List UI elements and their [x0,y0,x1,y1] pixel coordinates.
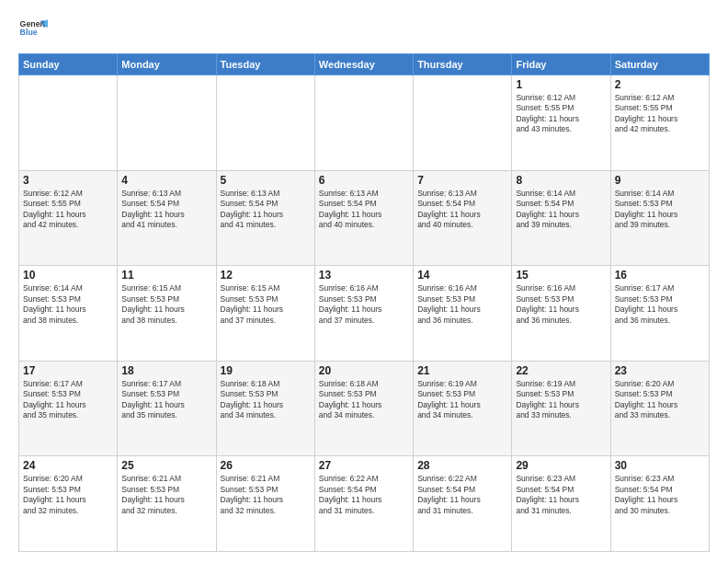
day-number: 24 [23,459,113,472]
day-cell: 1Sunrise: 6:12 AM Sunset: 5:55 PM Daylig… [512,75,610,171]
day-info: Sunrise: 6:21 AM Sunset: 5:53 PM Dayligh… [121,474,211,516]
day-cell: 21Sunrise: 6:19 AM Sunset: 5:53 PM Dayli… [414,361,512,456]
day-cell: 4Sunrise: 6:13 AM Sunset: 5:54 PM Daylig… [118,170,216,266]
day-cell: 22Sunrise: 6:19 AM Sunset: 5:53 PM Dayli… [512,361,610,456]
day-number: 8 [516,174,606,187]
day-info: Sunrise: 6:14 AM Sunset: 5:53 PM Dayligh… [615,189,705,231]
page: General Blue SundayMondayTuesdayWednesda… [0,0,728,563]
day-cell: 12Sunrise: 6:15 AM Sunset: 5:53 PM Dayli… [216,266,314,362]
day-cell: 20Sunrise: 6:18 AM Sunset: 5:53 PM Dayli… [314,361,413,456]
day-number: 4 [121,174,211,187]
day-number: 13 [319,269,409,282]
day-number: 19 [221,364,311,377]
day-info: Sunrise: 6:22 AM Sunset: 5:54 PM Dayligh… [417,474,507,516]
day-number: 29 [516,459,606,472]
day-cell: 28Sunrise: 6:22 AM Sunset: 5:54 PM Dayli… [414,456,512,552]
day-cell: 29Sunrise: 6:23 AM Sunset: 5:54 PM Dayli… [512,456,610,552]
day-cell: 17Sunrise: 6:17 AM Sunset: 5:53 PM Dayli… [19,361,118,456]
day-cell: 3Sunrise: 6:12 AM Sunset: 5:55 PM Daylig… [19,170,118,266]
day-info: Sunrise: 6:17 AM Sunset: 5:53 PM Dayligh… [615,283,705,326]
day-info: Sunrise: 6:18 AM Sunset: 5:53 PM Dayligh… [319,379,409,421]
day-cell: 19Sunrise: 6:18 AM Sunset: 5:53 PM Dayli… [216,361,314,456]
week-row-5: 24Sunrise: 6:20 AM Sunset: 5:53 PM Dayli… [19,456,710,552]
day-info: Sunrise: 6:19 AM Sunset: 5:53 PM Dayligh… [516,379,606,421]
day-cell: 7Sunrise: 6:13 AM Sunset: 5:54 PM Daylig… [414,170,512,266]
weekday-header-wednesday: Wednesday [314,54,413,75]
day-number: 23 [615,364,705,377]
day-cell [414,75,512,171]
day-info: Sunrise: 6:14 AM Sunset: 5:54 PM Dayligh… [516,189,606,231]
weekday-header-friday: Friday [512,54,610,75]
day-info: Sunrise: 6:20 AM Sunset: 5:53 PM Dayligh… [615,379,705,421]
day-cell: 25Sunrise: 6:21 AM Sunset: 5:53 PM Dayli… [118,456,216,552]
logo: General Blue [18,15,48,44]
day-cell: 5Sunrise: 6:13 AM Sunset: 5:54 PM Daylig… [216,170,314,266]
day-info: Sunrise: 6:17 AM Sunset: 5:53 PM Dayligh… [23,379,113,421]
day-number: 14 [417,269,507,282]
day-cell [19,75,118,171]
day-info: Sunrise: 6:13 AM Sunset: 5:54 PM Dayligh… [319,189,409,231]
day-cell: 18Sunrise: 6:17 AM Sunset: 5:53 PM Dayli… [118,361,216,456]
day-number: 2 [615,78,705,91]
day-number: 18 [121,364,211,377]
day-cell [216,75,314,171]
weekday-header-row: SundayMondayTuesdayWednesdayThursdayFrid… [19,54,710,75]
day-info: Sunrise: 6:12 AM Sunset: 5:55 PM Dayligh… [615,93,705,135]
day-cell: 26Sunrise: 6:21 AM Sunset: 5:53 PM Dayli… [216,456,314,552]
day-cell: 6Sunrise: 6:13 AM Sunset: 5:54 PM Daylig… [314,170,413,266]
day-number: 11 [121,269,211,282]
day-number: 10 [23,269,113,282]
day-cell: 13Sunrise: 6:16 AM Sunset: 5:53 PM Dayli… [314,266,413,362]
day-info: Sunrise: 6:13 AM Sunset: 5:54 PM Dayligh… [121,189,211,231]
day-cell: 23Sunrise: 6:20 AM Sunset: 5:53 PM Dayli… [610,361,709,456]
weekday-header-saturday: Saturday [610,54,709,75]
day-cell: 30Sunrise: 6:23 AM Sunset: 5:54 PM Dayli… [610,456,709,552]
day-number: 3 [23,174,113,187]
day-number: 7 [417,174,507,187]
calendar: SundayMondayTuesdayWednesdayThursdayFrid… [18,53,710,552]
day-info: Sunrise: 6:20 AM Sunset: 5:53 PM Dayligh… [23,474,113,516]
day-cell: 14Sunrise: 6:16 AM Sunset: 5:53 PM Dayli… [414,266,512,362]
day-cell: 16Sunrise: 6:17 AM Sunset: 5:53 PM Dayli… [610,266,709,362]
day-info: Sunrise: 6:13 AM Sunset: 5:54 PM Dayligh… [221,189,311,231]
day-info: Sunrise: 6:22 AM Sunset: 5:54 PM Dayligh… [319,474,409,516]
day-number: 1 [516,78,606,91]
day-cell: 10Sunrise: 6:14 AM Sunset: 5:53 PM Dayli… [19,266,118,362]
day-number: 30 [615,459,705,472]
day-cell: 9Sunrise: 6:14 AM Sunset: 5:53 PM Daylig… [610,170,709,266]
day-number: 25 [121,459,211,472]
header: General Blue [18,15,710,44]
day-number: 21 [417,364,507,377]
day-number: 9 [615,174,705,187]
day-number: 22 [516,364,606,377]
day-info: Sunrise: 6:18 AM Sunset: 5:53 PM Dayligh… [221,379,311,421]
day-info: Sunrise: 6:23 AM Sunset: 5:54 PM Dayligh… [516,474,606,516]
day-info: Sunrise: 6:15 AM Sunset: 5:53 PM Dayligh… [221,283,311,326]
day-info: Sunrise: 6:15 AM Sunset: 5:53 PM Dayligh… [121,283,211,326]
day-number: 17 [23,364,113,377]
day-cell [314,75,413,171]
day-info: Sunrise: 6:12 AM Sunset: 5:55 PM Dayligh… [23,189,113,231]
weekday-header-tuesday: Tuesday [216,54,314,75]
day-number: 27 [319,459,409,472]
week-row-1: 1Sunrise: 6:12 AM Sunset: 5:55 PM Daylig… [19,75,710,171]
day-info: Sunrise: 6:23 AM Sunset: 5:54 PM Dayligh… [615,474,705,516]
weekday-header-thursday: Thursday [414,54,512,75]
day-info: Sunrise: 6:13 AM Sunset: 5:54 PM Dayligh… [417,189,507,231]
day-cell: 24Sunrise: 6:20 AM Sunset: 5:53 PM Dayli… [19,456,118,552]
svg-text:Blue: Blue [20,28,38,37]
day-info: Sunrise: 6:19 AM Sunset: 5:53 PM Dayligh… [417,379,507,421]
day-cell: 27Sunrise: 6:22 AM Sunset: 5:54 PM Dayli… [314,456,413,552]
day-number: 20 [319,364,409,377]
day-number: 12 [221,269,311,282]
day-number: 5 [221,174,311,187]
day-number: 6 [319,174,409,187]
day-info: Sunrise: 6:16 AM Sunset: 5:53 PM Dayligh… [516,283,606,326]
day-number: 26 [221,459,311,472]
day-info: Sunrise: 6:16 AM Sunset: 5:53 PM Dayligh… [319,283,409,326]
day-number: 28 [417,459,507,472]
day-cell: 8Sunrise: 6:14 AM Sunset: 5:54 PM Daylig… [512,170,610,266]
day-info: Sunrise: 6:14 AM Sunset: 5:53 PM Dayligh… [23,283,113,326]
day-number: 16 [615,269,705,282]
week-row-2: 3Sunrise: 6:12 AM Sunset: 5:55 PM Daylig… [19,170,710,266]
